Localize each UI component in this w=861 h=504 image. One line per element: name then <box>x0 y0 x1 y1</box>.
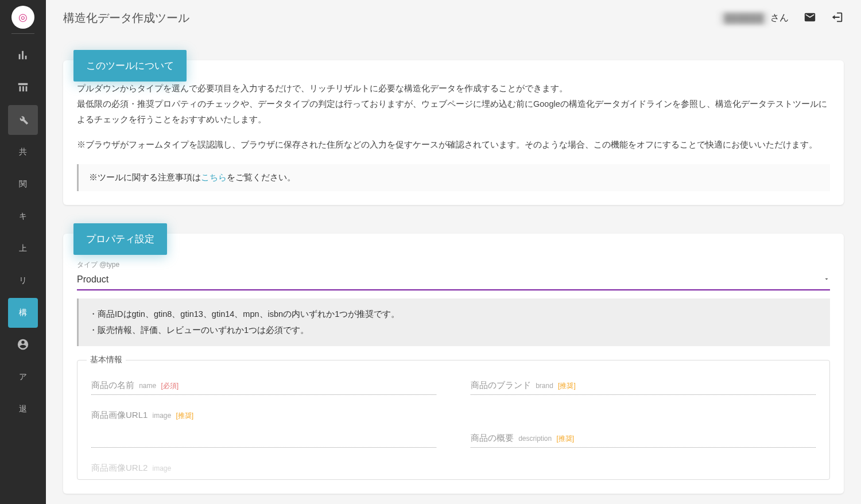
sidebar-item-account[interactable] <box>8 330 38 360</box>
sidebar-item-analytics[interactable] <box>8 41 38 71</box>
product-name-field[interactable]: 商品の名前 name [必須] <box>91 371 436 395</box>
sidebar-item-label: 関 <box>19 179 27 189</box>
about-card: このツールについて プルダウンからタイプを選んで必要項目を入力するだけで、リッチ… <box>63 60 844 205</box>
basic-info-fieldset: 基本情報 商品の名前 name [必須] 商品のブランド brand [推奨] … <box>77 360 830 480</box>
content: このツールについて プルダウンからタイプを選んで必要項目を入力するだけで、リッチ… <box>46 32 861 504</box>
chevron-down-icon <box>823 274 830 285</box>
main: 構造化データ作成ツール ██████ さん このツールについて プルダウンからタ… <box>46 0 861 504</box>
about-paragraph-1: プルダウンからタイプを選んで必要項目を入力するだけで、リッチリザルトに必要な構造… <box>77 81 830 96</box>
logo[interactable]: ◎ <box>11 6 34 29</box>
calendar-bar-icon <box>17 81 29 95</box>
sidebar-item-label: 上 <box>19 243 27 254</box>
mail-icon[interactable] <box>804 11 816 26</box>
sidebar-item-share[interactable]: 共 <box>8 137 38 167</box>
sidebar: ◎ 共 関 キ 上 リ 構 ア 退 <box>0 0 46 504</box>
sidebar-item-list[interactable]: リ <box>8 266 38 296</box>
sidebar-item-structured[interactable]: 構 <box>8 298 38 328</box>
sidebar-item-related[interactable]: 関 <box>8 169 38 199</box>
type-info: ・商品IDはgtin、gtin8、gtin13、gtin14、mpn、isbnの… <box>77 298 830 346</box>
property-card-badge: プロパティ設定 <box>73 223 167 255</box>
product-image1-field[interactable]: 商品画像URL1 image [推奨] <box>91 401 436 448</box>
sidebar-item-report[interactable] <box>8 73 38 103</box>
property-card: プロパティ設定 タイプ @type Product ・商品IDはgtin、gti… <box>63 234 844 494</box>
wrench-icon <box>17 113 29 127</box>
product-description-field[interactable]: 商品の概要 description [推奨] <box>471 424 816 448</box>
sidebar-item-label: 構 <box>19 308 27 318</box>
user-circle-icon <box>17 338 29 352</box>
info-line-1: ・商品IDはgtin、gtin8、gtin13、gtin14、mpn、isbnの… <box>89 307 820 323</box>
user-suffix: さん <box>770 12 789 24</box>
type-field: タイプ @type Product <box>77 260 830 290</box>
note-prefix: ※ツールに関する注意事項は <box>89 173 201 182</box>
page-title: 構造化データ作成ツール <box>63 10 189 26</box>
logout-icon[interactable] <box>831 11 844 26</box>
info-line-2: ・販売情報、評価、レビューのいずれか1つは必須です。 <box>89 323 820 339</box>
sidebar-item-label: キ <box>19 211 27 222</box>
about-card-badge: このツールについて <box>73 50 187 82</box>
note-suffix: をご覧ください。 <box>227 173 296 182</box>
sidebar-item-app[interactable]: ア <box>8 362 38 392</box>
sidebar-item-top[interactable]: 上 <box>8 234 38 263</box>
user-label: ██████ さん <box>720 12 789 25</box>
topbar: 構造化データ作成ツール ██████ さん <box>46 0 861 32</box>
user-name-blurred: ██████ <box>720 12 768 25</box>
sidebar-item-label: 共 <box>19 147 27 157</box>
about-paragraph-3: ※ブラウザがフォームタイプを誤認識し、ブラウザに保存された住所などの入力を促すケ… <box>77 137 830 153</box>
type-select-value: Product <box>77 274 108 285</box>
about-paragraph-2: 最低限の必須・推奨プロパティのチェックや、データタイプの判定は行っておりますが、… <box>77 96 830 127</box>
type-label: タイプ @type <box>77 260 830 270</box>
sidebar-item-label: 退 <box>19 404 27 414</box>
basic-info-legend: 基本情報 <box>87 355 126 365</box>
note-link[interactable]: こちら <box>201 173 227 182</box>
sidebar-divider <box>11 33 34 34</box>
sidebar-item-tools[interactable] <box>8 105 38 135</box>
sidebar-item-label: ア <box>19 372 27 382</box>
sidebar-item-label: リ <box>19 276 27 286</box>
sidebar-item-keyword[interactable]: キ <box>8 201 38 231</box>
type-select[interactable]: Product <box>77 271 830 290</box>
product-image2-field[interactable]: 商品画像URL2 image <box>91 453 436 474</box>
logo-glyph-icon: ◎ <box>18 11 28 24</box>
sidebar-item-quit[interactable]: 退 <box>8 394 38 424</box>
chart-bar-icon <box>17 49 29 63</box>
about-note: ※ツールに関する注意事項はこちらをご覧ください。 <box>77 164 830 191</box>
product-brand-field[interactable]: 商品のブランド brand [推奨] <box>471 371 816 395</box>
topbar-right: ██████ さん <box>720 11 844 26</box>
